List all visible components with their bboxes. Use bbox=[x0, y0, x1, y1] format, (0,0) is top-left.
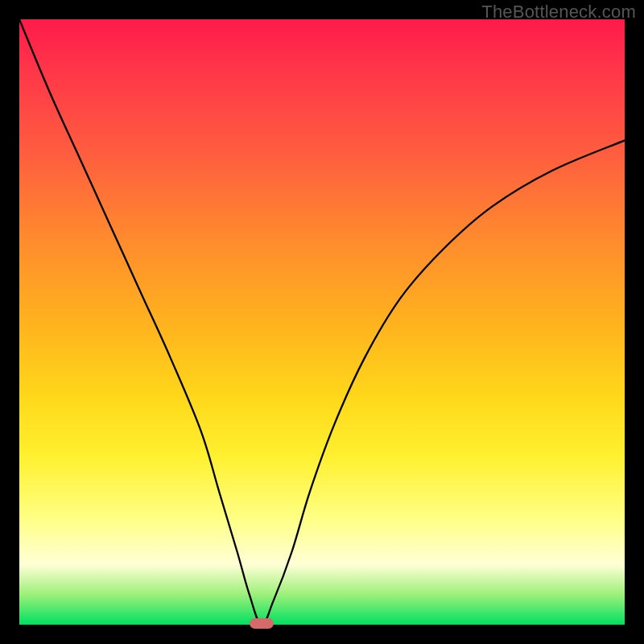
target-marker bbox=[250, 618, 274, 629]
plot-area bbox=[19, 19, 625, 625]
curve-path bbox=[19, 19, 625, 625]
chart-frame: TheBottleneck.com bbox=[0, 0, 644, 644]
watermark-text: TheBottleneck.com bbox=[481, 2, 636, 23]
bottleneck-curve bbox=[19, 19, 625, 625]
